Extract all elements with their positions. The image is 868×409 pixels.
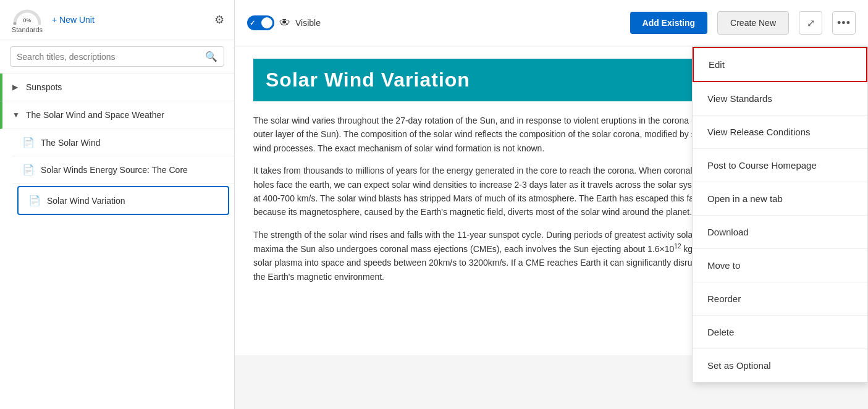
dropdown-item-delete[interactable]: Delete — [693, 316, 867, 349]
sidebar-header: 0% Standards + New Unit ⚙ — [0, 0, 234, 40]
sub-item-label: Solar Wind Variation — [47, 196, 218, 206]
sidebar-scroll: ▶ Sunspots ▼ The Solar Wind and Space We… — [0, 74, 234, 409]
dropdown-item-post-to-course-homepage[interactable]: Post to Course Homepage — [693, 149, 867, 182]
document-icon: 📄 — [22, 164, 35, 175]
visible-toggle[interactable]: ✓ — [247, 15, 274, 30]
standards-gauge: 0% Standards — [10, 6, 44, 33]
svg-text:0%: 0% — [23, 17, 31, 23]
search-input[interactable] — [17, 52, 200, 62]
check-icon: ✓ — [250, 19, 255, 27]
search-icon: 🔍 — [205, 51, 217, 62]
sidebar: 0% Standards + New Unit ⚙ 🔍 ▶ Sunspots ▼… — [0, 0, 235, 409]
search-input-wrap: 🔍 — [10, 46, 224, 67]
sub-item-solar-winds-energy[interactable]: 📄 Solar Winds Energy Source: The Core — [12, 156, 234, 183]
dropdown-item-label: View Release Conditions — [707, 127, 811, 137]
sub-item-the-solar-wind[interactable]: 📄 The Solar Wind — [12, 129, 234, 156]
paragraph-3-text: The strength of the solar wind rises and… — [253, 230, 702, 282]
dropdown-item-label: View Standards — [707, 93, 772, 104]
dropdown-item-edit[interactable]: Edit — [693, 47, 867, 82]
new-unit-button[interactable]: + New Unit — [52, 15, 95, 25]
add-existing-button[interactable]: Add Existing — [630, 12, 708, 34]
sidebar-item-solar-wind-space-weather[interactable]: ▼ The Solar Wind and Space Weather — [0, 101, 234, 129]
document-icon: 📄 — [28, 195, 41, 206]
paragraph-2-text: It takes from thousands to millions of y… — [253, 166, 706, 217]
standards-label: Standards — [12, 26, 43, 33]
dropdown-item-label: Open in a new tab — [707, 193, 783, 204]
dropdown-item-label: Download — [707, 227, 749, 237]
dropdown-item-reorder[interactable]: Reorder — [693, 282, 867, 316]
dropdown-menu: Edit View Standards View Release Conditi… — [692, 46, 868, 382]
toggle-knob — [261, 17, 272, 28]
dropdown-item-label: Edit — [709, 59, 725, 70]
document-icon: 📄 — [22, 137, 35, 148]
dropdown-item-set-as-optional[interactable]: Set as Optional — [693, 349, 867, 382]
dropdown-item-view-standards[interactable]: View Standards — [693, 82, 867, 116]
dropdown-item-label: Delete — [707, 327, 734, 337]
toggle-wrap: ✓ 👁 Visible — [247, 15, 321, 30]
sub-item-label: The Solar Wind — [41, 138, 224, 148]
search-area: 🔍 — [0, 40, 234, 74]
create-new-button[interactable]: Create New — [717, 11, 789, 35]
sub-item-label: Solar Winds Energy Source: The Core — [41, 165, 224, 175]
sidebar-item-sunspots[interactable]: ▶ Sunspots — [0, 74, 234, 101]
more-options-button[interactable]: ••• — [832, 11, 856, 35]
sidebar-item-label: Sunspots — [26, 82, 224, 92]
dropdown-item-label: Move to — [707, 260, 740, 271]
content-toolbar: ✓ 👁 Visible Add Existing Create New ⤢ ••… — [235, 0, 868, 46]
eye-icon: 👁 — [279, 17, 290, 30]
sidebar-item-label: The Solar Wind and Space Weather — [26, 110, 224, 120]
dropdown-item-view-release-conditions[interactable]: View Release Conditions — [693, 116, 867, 149]
visible-label: Visible — [295, 18, 321, 28]
dropdown-item-move-to[interactable]: Move to — [693, 249, 867, 282]
sub-item-solar-wind-variation[interactable]: 📄 Solar Wind Variation — [17, 186, 229, 215]
dropdown-item-label: Post to Course Homepage — [707, 160, 817, 171]
chevron-down-icon: ▼ — [12, 111, 20, 119]
dropdown-item-label: Reorder — [707, 293, 741, 304]
sub-items: 📄 The Solar Wind 📄 Solar Winds Energy So… — [0, 129, 234, 215]
gear-button[interactable]: ⚙ — [214, 13, 224, 27]
dropdown-item-open-in-new-tab[interactable]: Open in a new tab — [693, 182, 867, 216]
chevron-right-icon: ▶ — [12, 83, 20, 91]
dropdown-item-download[interactable]: Download — [693, 216, 867, 249]
expand-button[interactable]: ⤢ — [799, 11, 822, 35]
dropdown-item-label: Set as Optional — [707, 360, 771, 371]
